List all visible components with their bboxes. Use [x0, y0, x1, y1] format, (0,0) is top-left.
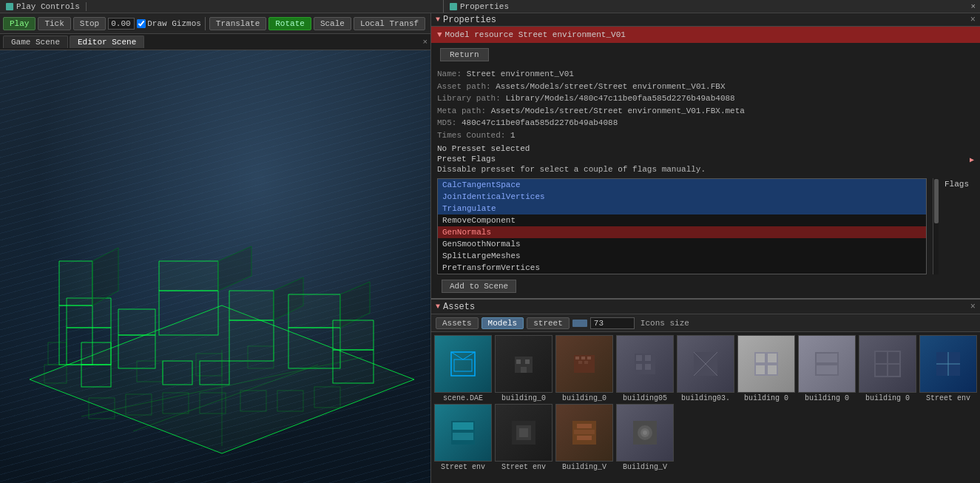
play-controls-window-title: Play Controls	[0, 2, 87, 11]
flag-gen-normals[interactable]: GenNormals	[438, 226, 926, 238]
asset-item-building-0a[interactable]: building_0	[495, 335, 552, 402]
flag-pre-transform[interactable]: PreTransformVertices	[438, 262, 926, 274]
asset-thumb-building03	[677, 335, 734, 393]
preset-flags-arrow[interactable]: ▶	[970, 155, 974, 164]
svg-rect-84	[574, 430, 595, 434]
asset-thumb-street-env-2	[495, 404, 552, 462]
asset-item-building05[interactable]: building05	[616, 335, 674, 402]
flags-container: CalcTangentSpace JoinIdenticalVertices T…	[431, 178, 980, 274]
svg-rect-41	[454, 359, 472, 371]
svg-rect-50	[578, 361, 582, 364]
asset-item-scene-dae[interactable]: scene.DAE	[434, 335, 492, 402]
asset-item-street-env-1[interactable]: Street env	[434, 404, 492, 471]
properties-section: ▼ Properties × ▼ Model resource Street e…	[431, 13, 980, 298]
svg-marker-19	[333, 320, 374, 350]
local-transform-button[interactable]: Local Transf	[354, 17, 425, 30]
play-button[interactable]: Play	[3, 17, 36, 30]
asset-item-building-0c[interactable]: building 0	[737, 335, 795, 402]
asset-item-building-0b[interactable]: building_0	[555, 335, 613, 402]
flag-gen-smooth-normals[interactable]: GenSmoothNormals	[438, 238, 926, 250]
svg-rect-47	[575, 357, 579, 359]
flag-split-large-meshes[interactable]: SplitLargeMeshes	[438, 250, 926, 262]
tick-button[interactable]: Tick	[38, 17, 70, 30]
svg-rect-48	[581, 357, 585, 359]
assets-tab-assets[interactable]: Assets	[436, 317, 479, 329]
asset-label-building-v-b: Building_V	[616, 463, 674, 471]
assets-collapse-icon[interactable]: ▼	[436, 303, 440, 311]
play-controls-icon	[6, 3, 13, 10]
flag-triangulate[interactable]: Triangulate	[438, 203, 926, 215]
asset-label-building-0a: building_0	[495, 394, 552, 402]
asset-thumb-building-v-b	[616, 404, 674, 462]
flag-remove-component[interactable]: RemoveComponent	[438, 215, 926, 226]
svg-rect-38	[451, 352, 475, 376]
asset-item-building-0e[interactable]: building 0	[859, 335, 916, 402]
assets-tab-models[interactable]: Models	[481, 317, 524, 329]
asset-path-value: Assets/Models/street/Street environment_…	[496, 82, 725, 91]
meta-path-value: Assets/Models/street/Street environment_…	[491, 107, 745, 115]
left-panel: Play Tick Stop Draw Gizmos Translate Rot…	[0, 13, 431, 483]
asset-label-building03: building03.	[677, 394, 734, 402]
asset-label-street-env-2: Street env	[495, 463, 552, 471]
return-button[interactable]: Return	[440, 48, 489, 61]
assets-close-button[interactable]: ×	[970, 302, 976, 312]
asset-count-input[interactable]	[590, 317, 635, 329]
svg-marker-16	[288, 294, 340, 328]
translate-button[interactable]: Translate	[209, 17, 266, 30]
flag-calc-tangent[interactable]: CalcTangentSpace	[438, 179, 926, 191]
icons-size-slider[interactable]	[572, 320, 587, 327]
rotate-button[interactable]: Rotate	[268, 17, 311, 30]
properties-panel-close[interactable]: ×	[970, 15, 976, 25]
flag-join-identical[interactable]: JoinIdenticalVertices	[438, 191, 926, 203]
flags-scrollbar-thumb[interactable]	[934, 179, 939, 223]
md5-value: 480c47c11be0faa585d2276b49ab4088	[462, 118, 618, 127]
asset-item-building-0d[interactable]: building 0	[798, 335, 856, 402]
svg-rect-45	[521, 367, 527, 373]
svg-rect-64	[768, 365, 777, 374]
svg-rect-49	[587, 357, 591, 359]
svg-rect-85	[577, 436, 592, 440]
properties-collapse-icon[interactable]: ▼	[436, 16, 440, 24]
toolbar: Play Tick Stop Draw Gizmos Translate Rot…	[0, 13, 430, 34]
svg-rect-51	[584, 361, 588, 364]
asset-label-building-0d: building 0	[798, 394, 856, 402]
svg-rect-77	[453, 422, 473, 430]
asset-item-street-env-2[interactable]: Street env	[495, 404, 552, 471]
asset-thumb-building-0a	[495, 335, 552, 393]
scene-tab-close[interactable]: ×	[422, 38, 428, 47]
draw-gizmos-checkbox[interactable]	[137, 19, 146, 28]
add-to-scene-button[interactable]: Add to Scene	[442, 280, 516, 293]
disable-text: Dissable presset for select a couple of …	[437, 165, 974, 174]
asset-item-building-v-a[interactable]: Building_V	[555, 404, 613, 471]
scene-tabs: Game Scene Editor Scene ×	[0, 34, 430, 50]
properties-close-button[interactable]: ×	[966, 2, 980, 11]
times-counted-row: Times Counted: 1	[437, 129, 974, 142]
asset-item-building03[interactable]: building03.	[677, 335, 734, 402]
svg-rect-55	[636, 364, 642, 370]
svg-marker-29	[59, 261, 92, 305]
scale-button[interactable]: Scale	[314, 17, 351, 30]
stop-button[interactable]: Stop	[73, 17, 106, 30]
draw-gizmos-checkbox-wrap[interactable]: Draw Gizmos	[137, 19, 201, 28]
asset-item-building-v-b[interactable]: Building_V	[616, 404, 674, 471]
top-bar: Play Controls Properties ×	[0, 0, 980, 13]
asset-label-building-0c: building 0	[737, 394, 795, 402]
model-collapse-icon[interactable]: ▼	[437, 30, 442, 39]
tab-game-scene[interactable]: Game Scene	[3, 36, 68, 48]
svg-marker-9	[118, 309, 155, 335]
assets-grid-container[interactable]: scene.DAE building_0 build	[431, 332, 980, 483]
icons-size-label: Icons size	[641, 319, 689, 328]
svg-point-89	[643, 430, 647, 435]
tab-editor-scene[interactable]: Editor Scene	[70, 36, 144, 48]
tick-value-input[interactable]	[108, 18, 135, 30]
library-path-row: Library path: Library/Models/480c47c11be…	[437, 92, 974, 105]
asset-label-scene-dae: scene.DAE	[434, 394, 492, 402]
svg-rect-66	[817, 354, 837, 362]
svg-rect-83	[577, 424, 592, 428]
asset-item-street-env-0[interactable]: Street env	[919, 335, 977, 402]
right-panel: ▼ Properties × ▼ Model resource Street e…	[431, 13, 980, 483]
asset-thumb-street-env-1	[434, 404, 492, 462]
asset-thumb-building-0e	[859, 335, 916, 393]
assets-header: ▼ Assets ×	[431, 300, 980, 314]
assets-tab-street[interactable]: street	[527, 317, 570, 329]
